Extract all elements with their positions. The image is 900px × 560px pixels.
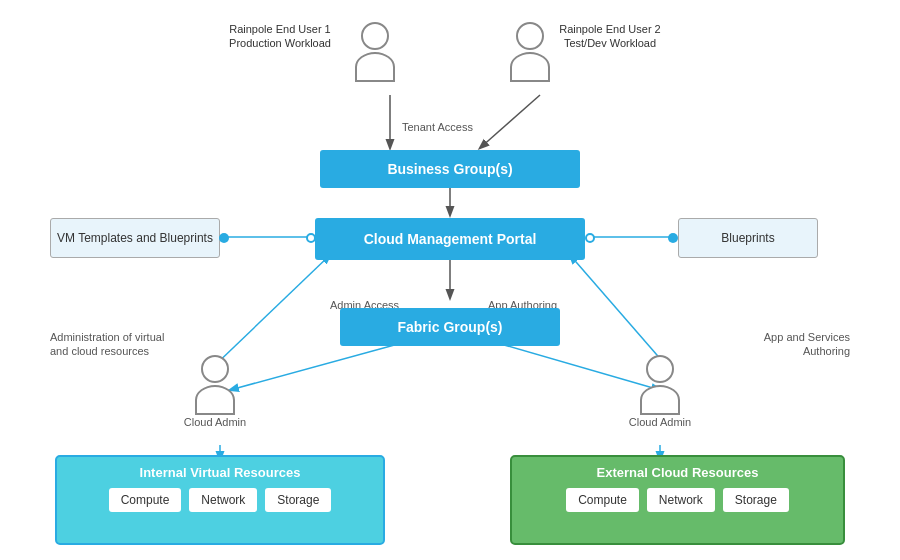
svg-line-10 [210,255,330,370]
admin-left-head [201,355,229,383]
user1-line1: Rainpole End User 1 [229,23,331,35]
external-compute-item: Compute [566,488,639,512]
admin-right-icon [640,355,680,415]
admin-right-head [646,355,674,383]
admin-right-body [640,385,680,415]
admin-left-description: Administration of virtualand cloud resou… [50,330,190,359]
user1-label: Rainpole End User 1 Production Workload [215,22,345,51]
admin-left-body [195,385,235,415]
admin-left-label: Cloud Admin [175,415,255,429]
admin-left-icon [195,355,235,415]
vm-templates-box: VM Templates and Blueprints [50,218,220,258]
user1-head [361,22,389,50]
admin-right-label: Cloud Admin [620,415,700,429]
internal-resources-title: Internal Virtual Resources [65,465,375,480]
right-connector-dot-filled [668,233,678,243]
business-groups-box: Business Group(s) [320,150,580,188]
external-resources-items: Compute Network Storage [520,488,835,512]
diagram-container: Rainpole End User 1 Production Workload … [0,0,900,560]
external-storage-item: Storage [723,488,789,512]
right-connector-dot-empty [585,233,595,243]
user2-icon [510,22,550,82]
svg-line-11 [570,255,670,370]
user1-icon [355,22,395,82]
user2-body [510,52,550,82]
internal-compute-item: Compute [109,488,182,512]
user1-line2: Production Workload [229,37,331,49]
user2-line2: Test/Dev Workload [564,37,656,49]
left-connector-dot-filled [219,233,229,243]
user2-label: Rainpole End User 2 Test/Dev Workload [545,22,675,51]
user1-body [355,52,395,82]
cloud-management-portal-box: Cloud Management Portal [315,218,585,260]
fabric-groups-box: Fabric Group(s) [340,308,560,346]
user2-head [516,22,544,50]
tenant-access-label: Tenant Access [402,120,473,134]
internal-network-item: Network [189,488,257,512]
external-resources-title: External Cloud Resources [520,465,835,480]
svg-line-1 [480,95,540,148]
external-network-item: Network [647,488,715,512]
blueprints-box: Blueprints [678,218,818,258]
user2-line1: Rainpole End User 2 [559,23,661,35]
external-resources-group: External Cloud Resources Compute Network… [510,455,845,545]
internal-resources-items: Compute Network Storage [65,488,375,512]
internal-resources-group: Internal Virtual Resources Compute Netwo… [55,455,385,545]
admin-right-description: App and ServicesAuthoring [710,330,850,359]
internal-storage-item: Storage [265,488,331,512]
